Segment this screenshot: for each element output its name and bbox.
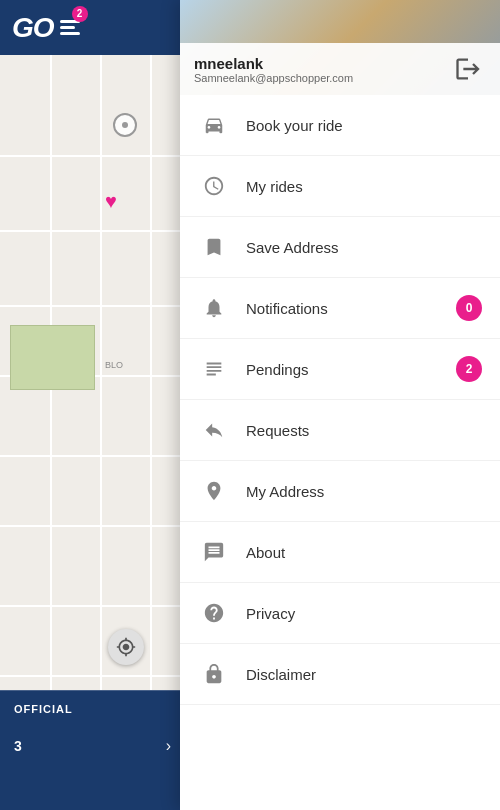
user-email-label: Samneelank@appschopper.com: [194, 72, 353, 84]
top-bar: GO 2: [0, 0, 185, 55]
menu-list: Book your ride My rides Save Address Not…: [180, 95, 500, 810]
list-icon: [198, 353, 230, 385]
menu-item-about[interactable]: About: [180, 522, 500, 583]
username-label: mneelank: [194, 55, 353, 72]
clock-icon: [198, 170, 230, 202]
location-target-icon[interactable]: [110, 110, 140, 140]
bookmark-icon: [198, 231, 230, 263]
bottom-nav[interactable]: 3 ›: [0, 727, 185, 765]
map-panel: GO 2: [0, 0, 185, 810]
bottom-bar: OFFICIAL 3 ›: [0, 690, 185, 810]
map-road: [0, 675, 185, 677]
map-park-block: [10, 325, 95, 390]
map-road: [0, 230, 185, 232]
menu-item-book-ride[interactable]: Book your ride: [180, 95, 500, 156]
pendings-badge: 2: [456, 356, 482, 382]
menu-about-label: About: [246, 544, 482, 561]
help-circle-icon: [198, 597, 230, 629]
notifications-badge: 0: [456, 295, 482, 321]
bell-icon: [198, 292, 230, 324]
chat-icon: [198, 536, 230, 568]
menu-disclaimer-label: Disclaimer: [246, 666, 482, 683]
app-logo-text: GO: [12, 12, 54, 44]
menu-item-disclaimer[interactable]: Disclaimer: [180, 644, 500, 705]
reply-icon: [198, 414, 230, 446]
favorite-icon: ♥: [105, 190, 117, 213]
menu-privacy-label: Privacy: [246, 605, 482, 622]
user-profile-bar: mneelank Samneelank@appschopper.com: [180, 43, 500, 95]
map-road: [0, 455, 185, 457]
menu-notifications-label: Notifications: [246, 300, 456, 317]
menu-save-address-label: Save Address: [246, 239, 482, 256]
menu-item-my-rides[interactable]: My rides: [180, 156, 500, 217]
logout-button[interactable]: [450, 51, 486, 87]
official-label: OFFICIAL: [0, 690, 185, 727]
map-road: [0, 305, 185, 307]
menu-book-ride-label: Book your ride: [246, 117, 482, 134]
menu-item-privacy[interactable]: Privacy: [180, 583, 500, 644]
lock-icon: [198, 658, 230, 690]
menu-item-notifications[interactable]: Notifications 0: [180, 278, 500, 339]
user-info: mneelank Samneelank@appschopper.com: [194, 55, 353, 84]
logo-badge: 2: [72, 6, 88, 22]
menu-item-my-address[interactable]: My Address: [180, 461, 500, 522]
side-drawer: mneelank Samneelank@appschopper.com Book…: [180, 0, 500, 810]
nav-number: 3: [14, 738, 22, 754]
car-icon: [198, 109, 230, 141]
gps-locate-button[interactable]: [108, 629, 144, 665]
menu-requests-label: Requests: [246, 422, 482, 439]
menu-my-rides-label: My rides: [246, 178, 482, 195]
map-road: [0, 605, 185, 607]
map-road: [0, 525, 185, 527]
nav-arrow-icon[interactable]: ›: [166, 737, 171, 755]
hamburger-icon[interactable]: [60, 20, 80, 35]
menu-item-save-address[interactable]: Save Address: [180, 217, 500, 278]
person-pin-icon: [198, 475, 230, 507]
drawer-header: mneelank Samneelank@appschopper.com: [180, 0, 500, 95]
map-area-label: BLO: [105, 360, 123, 370]
menu-pendings-label: Pendings: [246, 361, 456, 378]
map-road: [0, 155, 185, 157]
menu-my-address-label: My Address: [246, 483, 482, 500]
go-logo: GO 2: [12, 12, 80, 44]
menu-item-requests[interactable]: Requests: [180, 400, 500, 461]
menu-item-pendings[interactable]: Pendings 2: [180, 339, 500, 400]
